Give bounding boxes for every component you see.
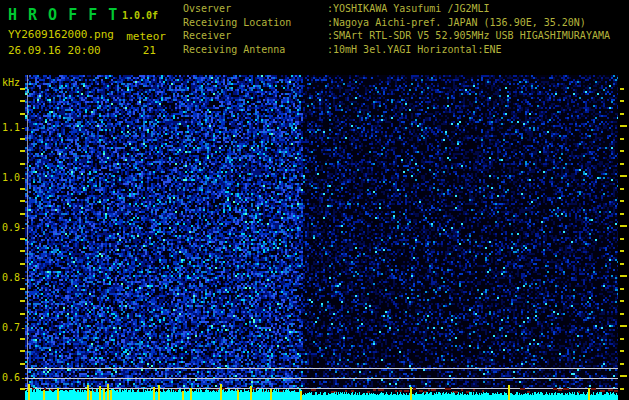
station-row-label: Receiving Antenna — [183, 44, 327, 58]
y-tick-label: 0.8- — [0, 272, 26, 283]
right-tick — [620, 288, 624, 290]
right-tick — [620, 388, 624, 390]
right-tick — [620, 275, 627, 277]
hrofft-screen: { "app": { "title": "H R O F F T", "vers… — [0, 0, 629, 400]
right-tick — [620, 350, 624, 352]
station-row-label: Receiving Location — [183, 17, 327, 31]
spectrogram-canvas — [25, 75, 618, 400]
meteor-count: 21 — [130, 44, 156, 57]
y-tick-label: 0.9- — [0, 222, 26, 233]
right-tick — [620, 300, 624, 302]
right-tick — [620, 188, 624, 190]
right-tick — [620, 375, 627, 377]
station-row-label: Ovserver — [183, 3, 327, 17]
right-tick — [620, 138, 624, 140]
right-tick — [620, 175, 627, 177]
app-version: 1.0.0f — [122, 10, 158, 21]
station-row-value: :Nagoya Aichi-pref. JAPAN (136.90E, 35.2… — [327, 17, 623, 31]
right-tick — [620, 150, 624, 152]
station-row: Receiver:SMArt RTL-SDR V5 52.905MHz USB … — [183, 30, 623, 44]
right-tick — [620, 200, 624, 202]
y-tick-label: 1.0- — [0, 172, 26, 183]
station-row-label: Receiver — [183, 30, 327, 44]
station-row-value: :SMArt RTL-SDR V5 52.905MHz USB HIGASHIM… — [327, 30, 623, 44]
right-tick — [620, 163, 624, 165]
y-tick-label: 0.7- — [0, 322, 26, 333]
right-tick — [620, 238, 624, 240]
capture-filename: YY2609162000.png — [8, 28, 114, 41]
station-row: Receiving Location:Nagoya Aichi-pref. JA… — [183, 17, 623, 31]
station-row-value: :YOSHIKAWA Yasufumi /JG2MLI — [327, 3, 623, 17]
right-tick — [620, 313, 624, 315]
right-tick — [620, 263, 624, 265]
y-tick-label: 1.1- — [0, 122, 26, 133]
y-tick-label: 0.6- — [0, 372, 26, 383]
y-axis-unit-label: kHz — [2, 77, 20, 88]
right-tick — [620, 363, 624, 365]
station-row: Receiving Antenna:10mH 3el.YAGI Horizont… — [183, 44, 623, 58]
right-tick — [620, 88, 624, 90]
station-info-block: Ovserver:YOSHIKAWA Yasufumi /JG2MLIRecei… — [183, 3, 623, 57]
station-row-value: :10mH 3el.YAGI Horizontal:ENE — [327, 44, 623, 58]
right-tick — [620, 325, 627, 327]
right-tick — [620, 338, 624, 340]
right-tick — [620, 100, 624, 102]
right-tick — [620, 250, 624, 252]
right-tick — [620, 113, 624, 115]
app-title: H R O F F T — [8, 6, 118, 24]
mode-label: meteor — [124, 30, 166, 43]
right-tick — [620, 225, 627, 227]
station-row: Ovserver:YOSHIKAWA Yasufumi /JG2MLI — [183, 3, 623, 17]
capture-datetime: 26.09.16 20:00 — [8, 44, 101, 57]
right-tick — [620, 213, 624, 215]
right-tick — [620, 125, 627, 127]
